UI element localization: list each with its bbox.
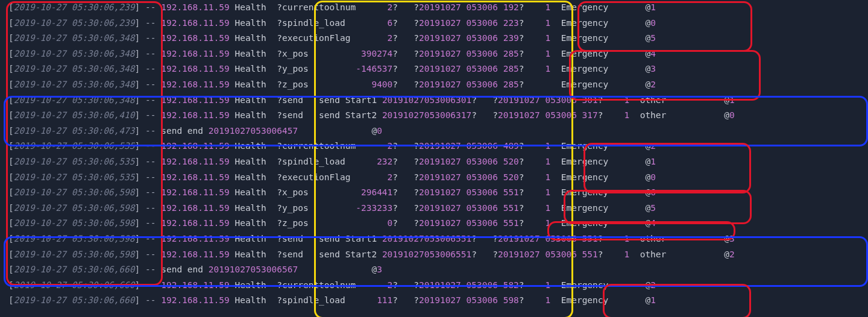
- log-line: [2019-10-27 05:30:06,535] -- 192.168.11.…: [0, 170, 868, 186]
- log-line: [2019-10-27 05:30:06,535] -- 192.168.11.…: [0, 154, 868, 170]
- log-output: [2019-10-27 05:30:06,239] -- 192.168.11.…: [0, 0, 868, 309]
- log-line: [2019-10-27 05:30:06,348] -- 192.168.11.…: [0, 77, 868, 93]
- log-line: [2019-10-27 05:30:06,239] -- 192.168.11.…: [0, 0, 868, 16]
- log-line: [2019-10-27 05:30:06,598] -- 192.168.11.…: [0, 247, 868, 263]
- log-line: [2019-10-27 05:30:06,598] -- 192.168.11.…: [0, 185, 868, 201]
- log-line: [2019-10-27 05:30:06,348] -- 192.168.11.…: [0, 93, 868, 108]
- log-line: [2019-10-27 05:30:06,660] -- send end 20…: [0, 262, 868, 278]
- log-line: [2019-10-27 05:30:06,410] -- 192.168.11.…: [0, 108, 868, 124]
- log-line: [2019-10-27 05:30:06,473] -- send end 20…: [0, 124, 868, 139]
- log-line: [2019-10-27 05:30:06,598] -- 192.168.11.…: [0, 216, 868, 231]
- terminal-viewport: { "colors":{ "bg":"#1b2230", "timestamp"…: [0, 0, 868, 317]
- log-line: [2019-10-27 05:30:06,598] -- 192.168.11.…: [0, 231, 868, 247]
- log-line: [2019-10-27 05:30:06,660] -- 192.168.11.…: [0, 293, 868, 309]
- log-line: [2019-10-27 05:30:06,535] -- 192.168.11.…: [0, 139, 868, 154]
- log-line: [2019-10-27 05:30:06,348] -- 192.168.11.…: [0, 61, 868, 77]
- log-line: [2019-10-27 05:30:06,598] -- 192.168.11.…: [0, 201, 868, 216]
- log-line: [2019-10-27 05:30:06,348] -- 192.168.11.…: [0, 46, 868, 62]
- log-line: [2019-10-27 05:30:06,660] -- 192.168.11.…: [0, 278, 868, 293]
- log-line: [2019-10-27 05:30:06,239] -- 192.168.11.…: [0, 16, 868, 31]
- log-line: [2019-10-27 05:30:06,348] -- 192.168.11.…: [0, 31, 868, 46]
